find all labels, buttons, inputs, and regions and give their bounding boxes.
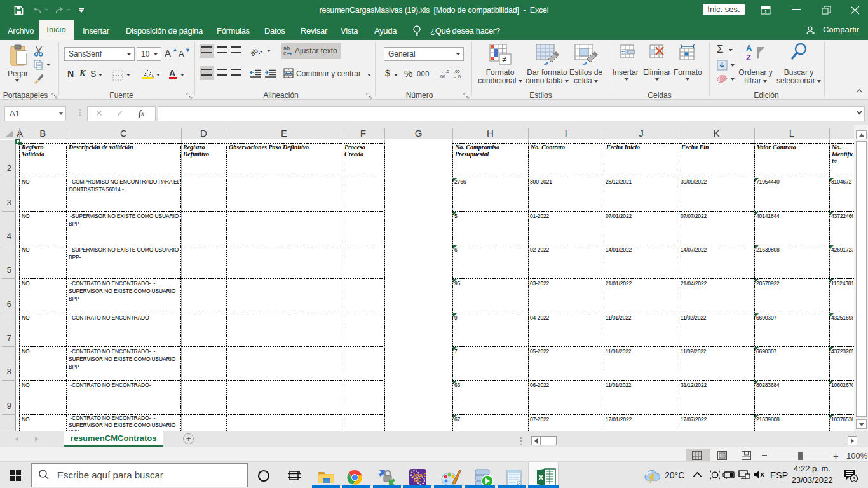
- svg-text:IDE: IDE: [414, 478, 421, 482]
- svg-text:.00: .00: [454, 69, 460, 74]
- svg-text:≠: ≠: [502, 55, 506, 64]
- svg-text:X: X: [538, 473, 544, 482]
- svg-text:←.0: ←.0: [441, 69, 449, 74]
- svg-text:→.0: →.0: [452, 74, 461, 79]
- svg-text:A: A: [746, 43, 752, 53]
- svg-text:c: c: [283, 50, 287, 57]
- svg-text:Java EE: Java EE: [412, 473, 426, 477]
- svg-text:Z: Z: [746, 53, 751, 62]
- svg-text:.00: .00: [439, 74, 445, 79]
- svg-text:3: 3: [853, 476, 856, 482]
- svg-text:ab: ab: [250, 46, 259, 57]
